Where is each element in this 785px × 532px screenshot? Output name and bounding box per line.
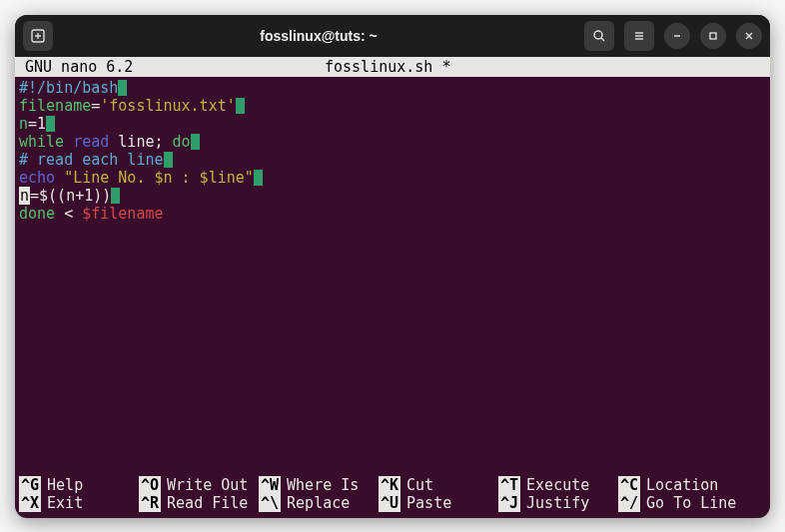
trailing-space-marker [118,80,127,96]
cursor: n [19,187,30,205]
code-comment: # read each line [19,151,164,169]
maximize-button[interactable] [700,23,726,49]
shortcut-label: Justify [526,494,589,512]
titlebar: fosslinux@tuts: ~ [15,15,770,57]
svg-rect-9 [710,33,716,39]
code-cmd: echo [19,169,55,187]
close-button[interactable] [736,23,762,49]
code-keyword: while [19,133,64,151]
code-var-ref: $filename [82,205,163,223]
code-keyword: do [173,133,191,151]
trailing-space-marker [46,116,55,132]
shortcut-justify[interactable]: ^JJustify [498,494,618,512]
shortcut-replace[interactable]: ^\Replace [259,494,379,512]
code-keyword: done [19,205,55,223]
shortcut-label: Execute [526,476,589,494]
shortcut-help[interactable]: ^GHelp [19,476,139,494]
key-label: ^G [19,476,41,494]
minimize-button[interactable] [664,23,690,49]
key-label: ^\ [259,494,281,512]
shortcut-label: Help [47,476,83,494]
key-label: ^J [498,494,520,512]
shortcut-label: Cut [406,476,433,494]
menu-button[interactable] [624,21,654,51]
code-string: 'fosslinux.txt' [100,97,235,115]
trailing-space-marker [111,188,120,204]
shortcut-exit[interactable]: ^XExit [19,494,139,512]
code-expr: =$((n+1)) [30,187,111,205]
code-cmd: read [73,133,109,151]
code-string: "Line No. $n : $line" [55,169,254,187]
key-label: ^/ [618,494,640,512]
code-text: line; [109,133,172,151]
shortcut-location[interactable]: ^CLocation [618,476,738,494]
code-eq: = [91,97,100,115]
shortcut-gotoline[interactable]: ^/Go To Line [618,494,738,512]
shortcut-label: Exit [47,494,83,512]
shortcut-readfile[interactable]: ^RRead File [139,494,259,512]
shortcut-label: Read File [167,494,248,512]
terminal-window: fosslinux@tuts: ~ GNU nano 6.2 fosslinux… [15,15,770,518]
nano-app-name: GNU nano 6.2 [25,57,325,77]
shortcut-label: Replace [287,494,350,512]
shortcut-label: Location [646,476,718,494]
key-label: ^C [618,476,640,494]
code-eq: = [28,115,37,133]
trailing-space-marker [191,134,200,150]
shortcut-label: Where Is [287,476,359,494]
shortcut-label: Write Out [167,476,248,494]
trailing-space-marker [236,98,245,114]
footer-row-1: ^GHelp ^OWrite Out ^WWhere Is ^KCut ^TEx… [19,476,766,494]
svg-point-3 [594,31,602,39]
shortcut-label: Paste [406,494,451,512]
shortcut-execute[interactable]: ^TExecute [498,476,618,494]
code-var: filename [19,97,91,115]
nano-filename: fosslinux.sh * [325,57,770,77]
trailing-space-marker [164,152,173,168]
key-label: ^K [379,476,400,494]
key-label: ^O [139,476,161,494]
search-button[interactable] [584,21,614,51]
code-shebang: #!/bin/bash [19,79,118,97]
shortcut-cut[interactable]: ^KCut [379,476,498,494]
shortcut-label: Go To Line [646,494,736,512]
shortcut-paste[interactable]: ^UPaste [379,494,498,512]
shortcut-whereis[interactable]: ^WWhere Is [259,476,379,494]
key-label: ^R [139,494,161,512]
editor-area[interactable]: #!/bin/bash filename='fosslinux.txt' n=1… [15,77,770,474]
titlebar-right [584,21,762,51]
new-tab-button[interactable] [23,21,53,51]
shortcut-writeout[interactable]: ^OWrite Out [139,476,259,494]
nano-footer: ^GHelp ^OWrite Out ^WWhere Is ^KCut ^TEx… [15,474,770,518]
key-label: ^U [379,494,400,512]
code-num: 1 [37,115,46,133]
code-var: n [19,115,28,133]
code-text: < [55,205,82,223]
key-label: ^W [259,476,281,494]
key-label: ^T [498,476,520,494]
footer-row-2: ^XExit ^RRead File ^\Replace ^UPaste ^JJ… [19,494,766,512]
svg-line-4 [601,38,604,41]
key-label: ^X [19,494,41,512]
nano-header: GNU nano 6.2 fosslinux.sh * [15,57,770,77]
trailing-space-marker [254,170,263,186]
window-title: fosslinux@tuts: ~ [61,28,576,44]
